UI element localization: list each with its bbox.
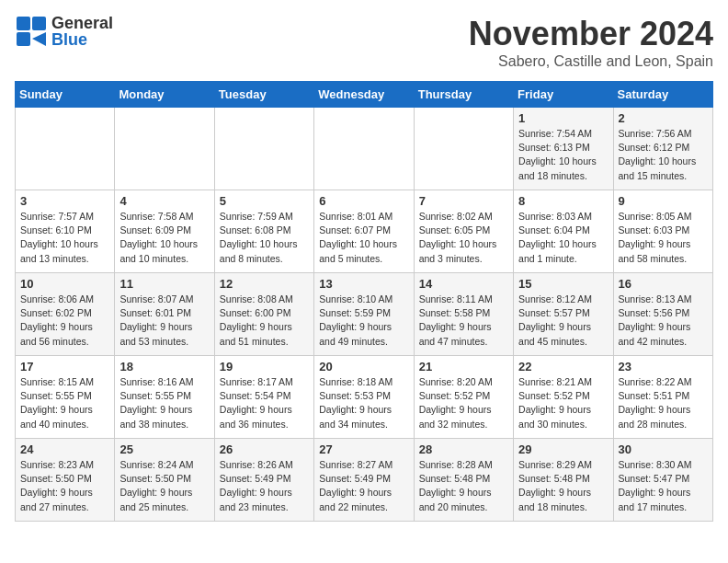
day-number: 23	[619, 360, 708, 373]
weekday-header-cell: Saturday	[613, 82, 712, 108]
day-number: 30	[619, 442, 708, 456]
cell-info: Sunrise: 7:59 AM Sunset: 6:08 PM Dayligh…	[220, 210, 309, 266]
cell-info: Sunrise: 8:23 AM Sunset: 5:50 PM Dayligh…	[20, 458, 109, 514]
cell-info: Sunrise: 8:07 AM Sunset: 6:01 PM Dayligh…	[119, 293, 209, 349]
day-number: 10	[20, 277, 109, 291]
svg-rect-1	[32, 17, 46, 30]
day-number: 15	[518, 277, 608, 291]
day-number: 19	[220, 360, 309, 373]
cell-info: Sunrise: 7:57 AM Sunset: 6:10 PM Dayligh…	[20, 210, 109, 266]
cell-info: Sunrise: 8:03 AM Sunset: 6:04 PM Dayligh…	[518, 210, 608, 266]
header: General Blue November 2024 Sabero, Casti…	[15, 15, 713, 70]
weekday-header-cell: Wednesday	[314, 82, 414, 108]
calendar-cell: 15Sunrise: 8:12 AM Sunset: 5:57 PM Dayli…	[514, 273, 613, 356]
calendar-cell: 12Sunrise: 8:08 AM Sunset: 6:00 PM Dayli…	[214, 273, 313, 356]
day-number: 16	[619, 277, 708, 291]
day-number: 5	[220, 194, 309, 208]
month-title: November 2024	[469, 15, 713, 53]
calendar-cell	[314, 108, 414, 190]
calendar-cell: 13Sunrise: 8:10 AM Sunset: 5:59 PM Dayli…	[314, 273, 414, 356]
calendar-week-row: 17Sunrise: 8:15 AM Sunset: 5:55 PM Dayli…	[16, 356, 713, 439]
calendar-cell: 3Sunrise: 7:57 AM Sunset: 6:10 PM Daylig…	[16, 190, 115, 273]
calendar-week-row: 1Sunrise: 7:54 AM Sunset: 6:13 PM Daylig…	[16, 108, 713, 190]
calendar-week-row: 10Sunrise: 8:06 AM Sunset: 6:02 PM Dayli…	[16, 273, 713, 356]
calendar-cell: 2Sunrise: 7:56 AM Sunset: 6:12 PM Daylig…	[613, 108, 712, 190]
cell-info: Sunrise: 8:22 AM Sunset: 5:51 PM Dayligh…	[619, 375, 708, 431]
day-number: 7	[419, 194, 508, 208]
calendar-cell	[115, 108, 214, 190]
calendar-cell	[414, 108, 513, 190]
cell-info: Sunrise: 8:06 AM Sunset: 6:02 PM Dayligh…	[20, 293, 109, 349]
day-number: 6	[319, 194, 408, 208]
cell-info: Sunrise: 8:24 AM Sunset: 5:50 PM Dayligh…	[119, 458, 209, 514]
day-number: 13	[319, 277, 408, 291]
day-number: 11	[119, 277, 209, 291]
calendar-cell: 4Sunrise: 7:58 AM Sunset: 6:09 PM Daylig…	[115, 190, 214, 273]
calendar-cell: 14Sunrise: 8:11 AM Sunset: 5:58 PM Dayli…	[414, 273, 513, 356]
calendar-cell: 29Sunrise: 8:29 AM Sunset: 5:48 PM Dayli…	[514, 439, 613, 522]
weekday-header-cell: Tuesday	[214, 82, 313, 108]
weekday-header-cell: Friday	[514, 82, 613, 108]
calendar-cell: 16Sunrise: 8:13 AM Sunset: 5:56 PM Dayli…	[613, 273, 712, 356]
cell-info: Sunrise: 8:05 AM Sunset: 6:03 PM Dayligh…	[619, 210, 708, 266]
calendar-body: 1Sunrise: 7:54 AM Sunset: 6:13 PM Daylig…	[16, 108, 713, 522]
cell-info: Sunrise: 8:15 AM Sunset: 5:55 PM Dayligh…	[20, 375, 109, 431]
day-number: 2	[619, 111, 708, 125]
weekday-header-cell: Thursday	[414, 82, 513, 108]
cell-info: Sunrise: 8:27 AM Sunset: 5:49 PM Dayligh…	[319, 458, 408, 514]
day-number: 18	[119, 360, 209, 373]
title-block: November 2024 Sabero, Castille and Leon,…	[469, 15, 713, 70]
cell-info: Sunrise: 8:30 AM Sunset: 5:47 PM Dayligh…	[619, 458, 708, 514]
calendar-cell: 5Sunrise: 7:59 AM Sunset: 6:08 PM Daylig…	[214, 190, 313, 273]
cell-info: Sunrise: 7:54 AM Sunset: 6:13 PM Dayligh…	[518, 127, 608, 183]
svg-rect-2	[17, 32, 30, 46]
day-number: 17	[20, 360, 109, 373]
location-title: Sabero, Castille and Leon, Spain	[469, 53, 713, 70]
day-number: 21	[419, 360, 508, 373]
calendar-cell: 22Sunrise: 8:21 AM Sunset: 5:52 PM Dayli…	[514, 356, 613, 439]
calendar-cell	[16, 108, 115, 190]
svg-marker-3	[32, 32, 46, 46]
weekday-header-cell: Monday	[115, 82, 214, 108]
calendar-cell: 27Sunrise: 8:27 AM Sunset: 5:49 PM Dayli…	[314, 439, 414, 522]
cell-info: Sunrise: 8:26 AM Sunset: 5:49 PM Dayligh…	[220, 458, 309, 514]
weekday-header-cell: Sunday	[16, 82, 115, 108]
calendar-cell: 8Sunrise: 8:03 AM Sunset: 6:04 PM Daylig…	[514, 190, 613, 273]
cell-info: Sunrise: 8:18 AM Sunset: 5:53 PM Dayligh…	[319, 375, 408, 431]
day-number: 8	[518, 194, 608, 208]
cell-info: Sunrise: 8:16 AM Sunset: 5:55 PM Dayligh…	[119, 375, 209, 431]
day-number: 9	[619, 194, 708, 208]
logo-general-text: General	[51, 14, 113, 32]
day-number: 25	[119, 442, 209, 456]
calendar-cell: 1Sunrise: 7:54 AM Sunset: 6:13 PM Daylig…	[514, 108, 613, 190]
calendar-cell	[214, 108, 313, 190]
cell-info: Sunrise: 8:02 AM Sunset: 6:05 PM Dayligh…	[419, 210, 508, 266]
svg-rect-0	[17, 17, 30, 30]
calendar-cell: 24Sunrise: 8:23 AM Sunset: 5:50 PM Dayli…	[16, 439, 115, 522]
cell-info: Sunrise: 7:58 AM Sunset: 6:09 PM Dayligh…	[119, 210, 209, 266]
day-number: 28	[419, 442, 508, 456]
calendar-cell: 18Sunrise: 8:16 AM Sunset: 5:55 PM Dayli…	[115, 356, 214, 439]
logo-icon	[15, 15, 48, 48]
weekday-header-row: SundayMondayTuesdayWednesdayThursdayFrid…	[16, 82, 713, 108]
calendar-cell: 25Sunrise: 8:24 AM Sunset: 5:50 PM Dayli…	[115, 439, 214, 522]
day-number: 26	[220, 442, 309, 456]
calendar-cell: 6Sunrise: 8:01 AM Sunset: 6:07 PM Daylig…	[314, 190, 414, 273]
calendar-table: SundayMondayTuesdayWednesdayThursdayFrid…	[15, 81, 713, 522]
cell-info: Sunrise: 7:56 AM Sunset: 6:12 PM Dayligh…	[619, 127, 708, 183]
cell-info: Sunrise: 8:12 AM Sunset: 5:57 PM Dayligh…	[518, 293, 608, 349]
logo: General Blue	[15, 15, 113, 48]
calendar-cell: 28Sunrise: 8:28 AM Sunset: 5:48 PM Dayli…	[414, 439, 513, 522]
day-number: 27	[319, 442, 408, 456]
day-number: 1	[518, 111, 608, 125]
calendar-cell: 23Sunrise: 8:22 AM Sunset: 5:51 PM Dayli…	[613, 356, 712, 439]
day-number: 22	[518, 360, 608, 373]
cell-info: Sunrise: 8:20 AM Sunset: 5:52 PM Dayligh…	[419, 375, 508, 431]
cell-info: Sunrise: 8:29 AM Sunset: 5:48 PM Dayligh…	[518, 458, 608, 514]
calendar-cell: 9Sunrise: 8:05 AM Sunset: 6:03 PM Daylig…	[613, 190, 712, 273]
day-number: 20	[319, 360, 408, 373]
day-number: 14	[419, 277, 508, 291]
calendar-week-row: 3Sunrise: 7:57 AM Sunset: 6:10 PM Daylig…	[16, 190, 713, 273]
logo-blue-text: Blue	[51, 30, 87, 49]
calendar-cell: 21Sunrise: 8:20 AM Sunset: 5:52 PM Dayli…	[414, 356, 513, 439]
